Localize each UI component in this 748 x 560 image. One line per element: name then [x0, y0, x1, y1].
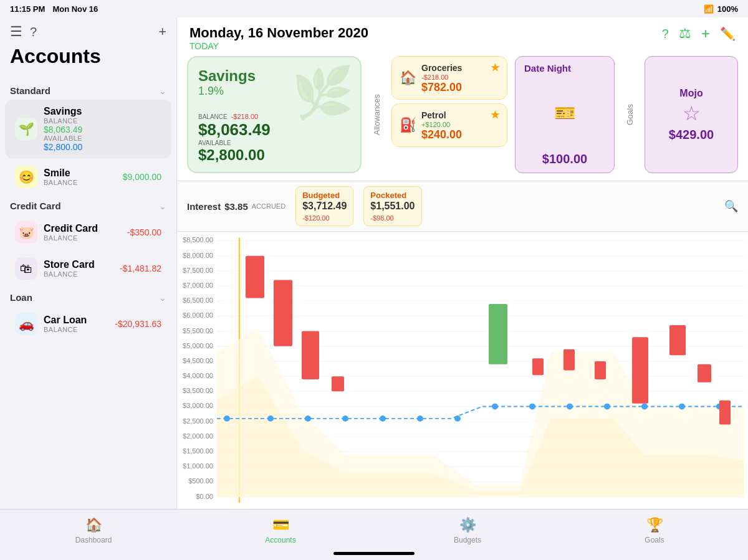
- svg-point-44: [417, 415, 423, 422]
- svg-text:$2,500.00: $2,500.00: [183, 417, 213, 425]
- account-item-smile[interactable]: 😊 Smile BALANCE $9,000.00: [5, 159, 171, 194]
- budgeted-label: Budgeted: [302, 191, 340, 200]
- creditcard-icon: 🐷: [15, 221, 37, 244]
- account-item-creditcard[interactable]: 🐷 Credit Card BALANCE -$350.00: [5, 215, 171, 250]
- account-item-storecard[interactable]: 🛍 Store Card BALANCE -$1,481.82: [5, 251, 171, 286]
- savings-available-label: AVAILABLE: [44, 135, 161, 142]
- svg-text:$8,500.00: $8,500.00: [183, 237, 213, 244]
- section-loan-header: Loan ⌄: [0, 287, 176, 305]
- svg-text:$2,000.00: $2,000.00: [183, 432, 213, 440]
- goals-icon: 🏆: [646, 517, 663, 533]
- creditcard-balance: -$350.00: [127, 227, 161, 237]
- section-standard-label: Standard: [10, 85, 50, 96]
- section-loan-chevron[interactable]: ⌄: [159, 293, 166, 303]
- mojo-card[interactable]: Mojo ☆ $429.00: [645, 56, 738, 173]
- date-night-card[interactable]: Date Night 🎫 $100.00: [515, 56, 615, 173]
- svg-rect-63: [698, 364, 711, 382]
- creditcard-info: Credit Card BALANCE: [44, 223, 127, 242]
- help-icon[interactable]: ?: [662, 27, 669, 41]
- svg-rect-62: [669, 325, 686, 355]
- savings-card[interactable]: 🌿 Savings 1.9% BALANCE -$218.00 $8,063.4…: [187, 56, 362, 173]
- home-indicator: [333, 552, 415, 555]
- tab-accounts[interactable]: 💳 Accounts: [187, 515, 374, 547]
- svg-text:$7,000.00: $7,000.00: [183, 282, 213, 289]
- add-icon[interactable]: +: [701, 25, 710, 42]
- status-right: 📶 100%: [704, 4, 738, 14]
- sidebar-help-icon[interactable]: ?: [30, 25, 37, 39]
- account-item-savings[interactable]: 🌱 Savings BALANCE $8,063.49 AVAILABLE $2…: [5, 100, 171, 158]
- sidebar-header: ☰ ? +: [0, 17, 176, 42]
- petrol-card[interactable]: ⛽ Petrol ★ +$120.00 $240.00: [391, 103, 507, 147]
- wifi-icon: 📶: [704, 4, 714, 14]
- tab-bar-wrapper: 🏠 Dashboard 💳 Accounts ⚙️ Budgets 🏆 Goal…: [0, 509, 748, 560]
- budgets-icon: ⚙️: [459, 517, 476, 533]
- tab-dashboard[interactable]: 🏠 Dashboard: [0, 515, 187, 547]
- leaf-icon: 🌿: [292, 64, 354, 122]
- section-creditcard-label: Credit Card: [10, 201, 61, 211]
- sidebar-toggle-icon[interactable]: ☰: [10, 24, 22, 40]
- storecard-info: Store Card BALANCE: [44, 259, 120, 278]
- carloan-balance: -$20,931.63: [115, 319, 161, 329]
- tab-goals[interactable]: 🏆 Goals: [561, 515, 748, 547]
- svg-text:$5,000.00: $5,000.00: [183, 342, 213, 349]
- svg-point-48: [567, 404, 573, 410]
- section-standard-chevron[interactable]: ⌄: [159, 86, 166, 96]
- svg-text:$0.00: $0.00: [196, 493, 213, 500]
- petrol-amount: $240.00: [421, 128, 499, 141]
- storecard-icon: 🛍: [15, 257, 37, 280]
- budgeted-delta: -$120.00: [302, 214, 329, 222]
- carloan-balance-label: BALANCE: [44, 326, 115, 333]
- petrol-delta: +$120.00: [421, 121, 499, 128]
- groceries-star: ★: [491, 62, 499, 74]
- accounts-icon: 💳: [272, 517, 289, 533]
- svg-text:$6,000.00: $6,000.00: [183, 312, 213, 320]
- budgeted-amount: $3,712.49: [302, 201, 347, 212]
- petrol-info: Petrol ★ +$120.00 $240.00: [421, 109, 499, 141]
- petrol-icon: ⛽: [400, 117, 416, 133]
- cards-row: 🌿 Savings 1.9% BALANCE -$218.00 $8,063.4…: [177, 56, 748, 181]
- right-panel: Monday, 16 November 2020 TODAY ? ⚖ + ✏️ …: [177, 17, 748, 509]
- groceries-icon: 🏠: [400, 70, 416, 86]
- sidebar: ☰ ? + Accounts Standard ⌄ 🌱 Savings BALA…: [0, 17, 177, 509]
- svg-point-42: [342, 415, 348, 422]
- svg-point-40: [267, 415, 274, 422]
- carloan-info: Car Loan BALANCE: [44, 315, 115, 333]
- svg-rect-56: [332, 376, 344, 391]
- svg-text:$8,000.00: $8,000.00: [183, 252, 213, 259]
- smile-info: Smile BALANCE: [44, 168, 123, 186]
- status-bar: 11:15 PM Mon Nov 16 📶 100%: [0, 0, 748, 17]
- svg-rect-59: [563, 349, 575, 371]
- interest-value: $3.85: [224, 201, 248, 212]
- svg-rect-61: [632, 337, 648, 403]
- savings-card-balance: $8,063.49: [198, 120, 350, 140]
- section-creditcard-chevron[interactable]: ⌄: [159, 201, 166, 211]
- balance-icon[interactable]: ⚖: [679, 26, 691, 42]
- edit-icon[interactable]: ✏️: [720, 26, 736, 41]
- tab-budgets[interactable]: ⚙️ Budgets: [374, 515, 561, 547]
- accounts-label: Accounts: [265, 536, 295, 544]
- svg-text:$1,500.00: $1,500.00: [183, 447, 213, 455]
- zoom-icon[interactable]: 🔍: [724, 199, 738, 213]
- smile-icon: 😊: [15, 166, 37, 188]
- svg-text:$5,500.00: $5,500.00: [183, 327, 213, 335]
- interest-label: Interest: [187, 201, 221, 212]
- svg-text:$3,000.00: $3,000.00: [183, 402, 213, 410]
- add-account-icon[interactable]: +: [158, 24, 166, 40]
- battery: 100%: [717, 4, 738, 14]
- svg-text:$6,500.00: $6,500.00: [183, 297, 213, 304]
- chart-area: $8,500.00 $8,000.00 $7,500.00 $7,000.00 …: [177, 232, 748, 509]
- savings-available: $2,800.00: [44, 142, 161, 152]
- svg-point-39: [224, 415, 230, 422]
- mojo-name: Mojo: [679, 88, 702, 99]
- account-item-carloan[interactable]: 🚗 Car Loan BALANCE -$20,931.63: [5, 306, 171, 341]
- interest-item: Interest $3.85 ACCRUED: [187, 201, 285, 212]
- groceries-card[interactable]: 🏠 Groceries ★ -$218.00 $782.00: [391, 56, 507, 100]
- goals-label: Goals: [645, 536, 664, 544]
- savings-available-label2: AVAILABLE: [198, 140, 350, 146]
- smile-name: Smile: [44, 168, 123, 179]
- carloan-name: Car Loan: [44, 315, 115, 326]
- dashboard-label: Dashboard: [75, 536, 112, 544]
- date-text: Monday, 16 November 2020: [189, 25, 368, 41]
- svg-rect-64: [719, 401, 731, 425]
- groceries-name: Groceries: [421, 63, 462, 73]
